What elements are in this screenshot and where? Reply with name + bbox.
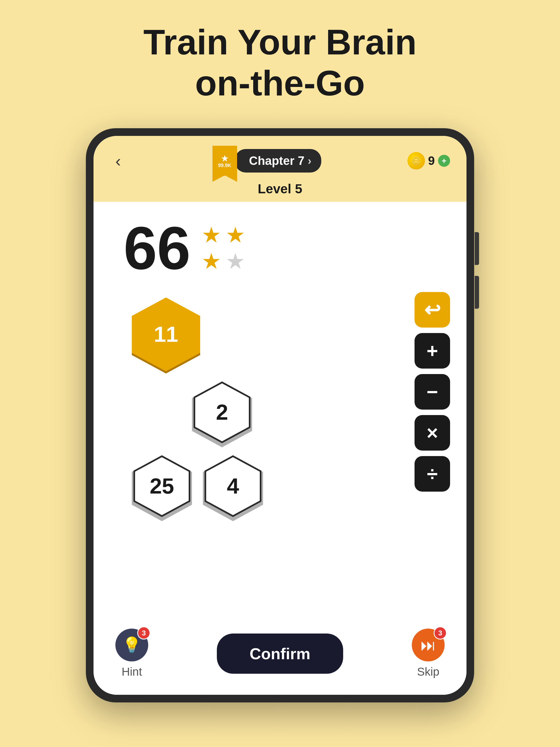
coin-icon: 🪙 <box>407 152 425 170</box>
add-operator-button[interactable]: + <box>414 333 450 368</box>
bookmark-star-icon: ★ <box>221 154 229 163</box>
chapter-pill[interactable]: Chapter 7 › <box>235 149 321 173</box>
tablet-screen: ‹ ★ 99.9K Chapter 7 › 🪙 9 + <box>94 136 466 695</box>
chapter-label: Chapter 7 <box>249 154 305 168</box>
star-bookmark: ★ 99.9K <box>212 146 237 176</box>
game-area: 66 ★ ★ ★ ★ 11 <box>94 202 466 618</box>
operators-panel: ↩ + − × ÷ <box>414 292 450 492</box>
level-label: Level 5 <box>258 181 302 196</box>
star-3: ★ <box>202 251 221 272</box>
stars-grid: ★ ★ ★ ★ <box>202 224 245 272</box>
skip-badge: 3 <box>434 626 447 640</box>
hexagon-4[interactable]: 4 <box>203 453 263 519</box>
score-row: 66 ★ ★ ★ ★ <box>124 218 444 278</box>
back-button[interactable]: ‹ <box>110 149 126 173</box>
hint-badge: 3 <box>137 626 150 640</box>
confirm-button[interactable]: Confirm <box>217 634 343 674</box>
hint-label: Hint <box>122 665 142 678</box>
chapter-chevron-icon: › <box>308 155 311 167</box>
hex-value-11: 11 <box>154 322 178 347</box>
hexagon-25[interactable]: 25 <box>132 453 192 519</box>
star-count: 99.9K <box>218 163 231 168</box>
bottom-bar: 💡 3 Hint Confirm ⏭ 3 Skip <box>94 618 466 695</box>
divide-operator-button[interactable]: ÷ <box>414 456 450 492</box>
hint-button[interactable]: 💡 3 Hint <box>116 628 148 678</box>
hex-row-3: 25 4 <box>132 453 263 519</box>
skip-label: Skip <box>417 665 439 678</box>
skip-button[interactable]: ⏭ 3 Skip <box>412 628 444 678</box>
undo-button[interactable]: ↩ <box>414 292 450 328</box>
game-header: ‹ ★ 99.9K Chapter 7 › 🪙 9 + <box>94 136 466 202</box>
hex-row-1: 11 <box>132 298 200 371</box>
hexagon-11[interactable]: 11 <box>132 298 200 371</box>
add-coin-button[interactable]: + <box>438 155 450 167</box>
hex-value-4: 4 <box>227 473 239 499</box>
hex-value-2: 2 <box>216 400 228 425</box>
multiply-operator-button[interactable]: × <box>414 415 450 450</box>
hex-row-2: 2 <box>192 380 252 445</box>
skip-icon-wrap: ⏭ 3 <box>412 628 444 662</box>
subtract-operator-button[interactable]: − <box>414 374 450 410</box>
coin-count: 9 <box>428 154 435 168</box>
page-title: Train Your Brainon-the-Go <box>143 22 416 104</box>
hexagon-2[interactable]: 2 <box>192 380 252 445</box>
hex-inner: 4 <box>206 457 260 515</box>
puzzle-area: 11 2 <box>116 292 444 519</box>
hex-inner: 2 <box>195 383 249 441</box>
chapter-badge[interactable]: ★ 99.9K Chapter 7 › <box>212 146 321 176</box>
star-1: ★ <box>202 224 221 246</box>
coins-badge: 🪙 9 + <box>407 152 450 170</box>
hint-icon-wrap: 💡 3 <box>116 628 148 662</box>
hex-inner: 25 <box>135 457 189 515</box>
hex-value-25: 25 <box>150 473 174 499</box>
tablet-device: ‹ ★ 99.9K Chapter 7 › 🪙 9 + <box>86 128 474 702</box>
star-4: ★ <box>226 251 245 272</box>
score-number: 66 <box>124 218 190 278</box>
star-2: ★ <box>226 224 245 246</box>
